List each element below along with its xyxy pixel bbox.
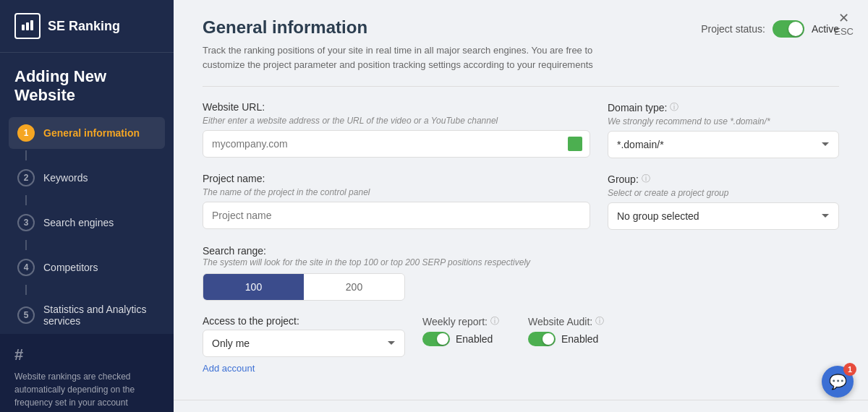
close-button[interactable]: ✕ ESC	[834, 12, 854, 37]
sidebar-item-search-engines[interactable]: 3 Search engines	[9, 207, 165, 239]
project-status-label: Project status:	[701, 23, 765, 35]
group-select-group: Group: ⓘ Select or create a project grou…	[608, 173, 839, 230]
app-logo: SE Ranking	[0, 0, 174, 53]
nav-number-5: 5	[17, 306, 35, 324]
group-label: Group:	[608, 173, 639, 185]
nav-connector-1	[25, 150, 27, 160]
weekly-report-info-icon[interactable]: ⓘ	[490, 315, 499, 327]
main-content: ✕ ESC General information Track the rank…	[174, 0, 868, 412]
website-audit-toggle[interactable]	[528, 332, 556, 346]
app-name: SE Ranking	[48, 19, 120, 34]
chat-icon: 💬	[829, 373, 847, 390]
search-range-label: Search range:	[203, 245, 266, 257]
svg-rect-2	[30, 20, 33, 30]
weekly-report-knob	[437, 333, 448, 345]
domain-type-select[interactable]: *.domain/*	[608, 131, 839, 158]
website-url-input[interactable]	[203, 131, 568, 157]
domain-type-group: Domain type: ⓘ We strongly recommend to …	[608, 101, 839, 158]
project-name-input[interactable]	[203, 202, 590, 229]
access-group: Access to the project: Only me Add accou…	[203, 315, 405, 374]
sidebar-item-general-info[interactable]: 1 General information	[9, 117, 165, 149]
domain-type-info-icon[interactable]: ⓘ	[670, 101, 678, 113]
domain-type-label: Domain type:	[608, 102, 667, 113]
access-reports-section: Access to the project: Only me Add accou…	[203, 315, 839, 374]
divider-1	[203, 86, 839, 87]
search-range-hint: The system will look for the site in the…	[203, 257, 839, 267]
project-status-toggle[interactable]	[773, 20, 804, 38]
weekly-report-status: Enabled	[456, 333, 493, 345]
nav-number-4: 4	[17, 259, 35, 276]
svg-rect-0	[22, 25, 25, 30]
website-audit-status: Enabled	[561, 333, 598, 345]
range-200-button[interactable]: 200	[304, 274, 404, 300]
group-select[interactable]: No group selected	[608, 202, 839, 230]
nav-connector-2	[25, 195, 27, 205]
content-area: General information Track the ranking po…	[174, 0, 868, 400]
weekly-report-label: Weekly report: ⓘ	[422, 315, 499, 327]
sidebar-item-keywords[interactable]: 2 Keywords	[9, 162, 165, 194]
project-name-group: Project name: The name of the project in…	[203, 173, 590, 229]
logo-icon	[14, 13, 41, 39]
sidebar-title: Adding New Website	[0, 53, 174, 117]
weekly-report-item: Weekly report: ⓘ Enabled	[422, 315, 499, 346]
search-range-section: Search range: The system will look for t…	[203, 244, 839, 301]
website-audit-item: Website Audit: ⓘ Enabled	[528, 315, 604, 346]
footer-text: Website rankings are checked automatical…	[14, 370, 159, 409]
nav-number-2: 2	[17, 169, 35, 186]
nav-number-3: 3	[17, 214, 35, 231]
url-indicator	[568, 137, 582, 151]
add-account-link[interactable]: Add account	[203, 363, 405, 374]
nav-list: 1 General information 2 Keywords 3 Searc…	[0, 117, 174, 334]
website-url-label: Website URL:	[203, 101, 590, 113]
sidebar-footer: # Website rankings are checked automatic…	[0, 334, 174, 412]
page-title: General information	[203, 17, 622, 38]
group-hint: Select or create a project group	[608, 188, 839, 198]
url-domain-section: Website URL: Either enter a website addr…	[203, 101, 839, 158]
project-name-label: Project name:	[203, 173, 590, 184]
website-audit-label: Website Audit: ⓘ	[528, 315, 604, 327]
project-group-section: Project name: The name of the project in…	[203, 173, 839, 230]
sidebar-item-competitors[interactable]: 4 Competitors	[9, 252, 165, 283]
range-100-button[interactable]: 100	[203, 274, 304, 300]
nav-label-search-engines: Search engines	[43, 217, 114, 228]
svg-rect-1	[26, 22, 29, 30]
page-subtitle: Track the ranking positions of your site…	[203, 43, 622, 72]
toggle-knob	[788, 22, 803, 36]
chat-badge: 1	[843, 363, 856, 376]
close-label: ESC	[834, 26, 854, 37]
weekly-report-toggle[interactable]	[422, 332, 450, 346]
chat-bubble[interactable]: 💬 1	[822, 366, 854, 398]
footer-hash: #	[14, 346, 159, 364]
project-name-hint: The name of the project in the control p…	[203, 187, 590, 197]
nav-label-keywords: Keywords	[43, 172, 88, 184]
nav-connector-4	[25, 285, 27, 295]
access-select[interactable]: Only me	[203, 330, 405, 357]
reports-area: Weekly report: ⓘ Enabled Website Audit: …	[422, 315, 839, 346]
nav-label-competitors: Competitors	[43, 262, 98, 273]
sidebar: SE Ranking Adding New Website 1 General …	[0, 0, 174, 412]
website-url-input-wrapper	[203, 130, 590, 158]
domain-type-hint: We strongly recommend to use *.domain/*	[608, 116, 839, 126]
website-audit-toggle-row: Enabled	[528, 332, 604, 346]
sidebar-item-statistics[interactable]: 5 Statistics and Analytics services	[9, 296, 165, 334]
website-audit-knob	[542, 333, 554, 345]
access-label: Access to the project:	[203, 315, 405, 327]
website-url-group: Website URL: Either enter a website addr…	[203, 101, 590, 158]
website-url-hint: Either enter a website address or the UR…	[203, 116, 590, 126]
weekly-report-toggle-row: Enabled	[422, 332, 499, 346]
nav-label-general-info: General information	[43, 127, 140, 139]
bottom-nav: 1/5 NEXT ›	[174, 400, 868, 412]
website-audit-info-icon[interactable]: ⓘ	[595, 315, 604, 327]
nav-connector-3	[25, 240, 27, 250]
close-icon: ✕	[838, 12, 849, 25]
group-info-icon[interactable]: ⓘ	[642, 173, 650, 185]
nav-number-1: 1	[17, 124, 35, 142]
search-range-toggle: 100 200	[203, 273, 405, 301]
nav-label-statistics: Statistics and Analytics services	[43, 304, 156, 327]
